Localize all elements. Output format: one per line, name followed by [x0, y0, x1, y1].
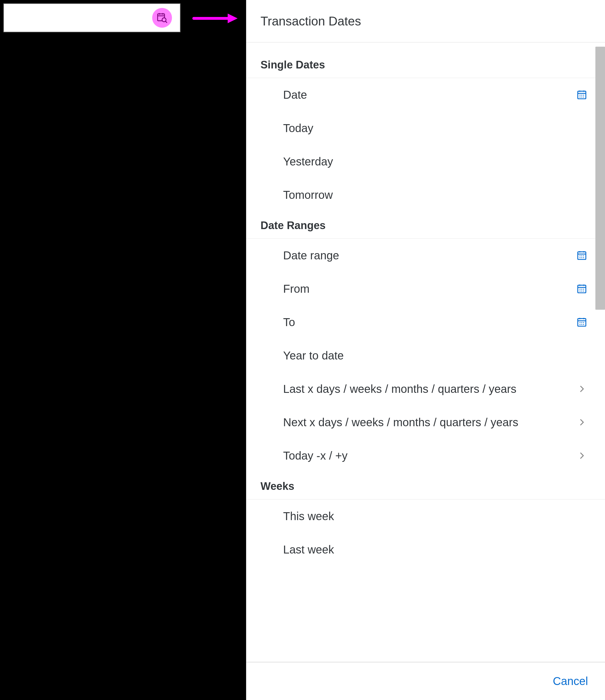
calendar-icon[interactable]	[576, 282, 588, 295]
calendar-icon[interactable]	[576, 249, 588, 261]
cancel-button[interactable]: Cancel	[553, 675, 588, 688]
svg-point-14	[583, 95, 584, 96]
option-to[interactable]: To	[246, 305, 605, 339]
section-header-date-ranges: Date Ranges	[246, 211, 605, 239]
svg-point-42	[580, 322, 580, 323]
option-last-x[interactable]: Last x days / weeks / months / quarters …	[246, 372, 605, 406]
svg-point-46	[581, 324, 582, 325]
svg-point-32	[580, 289, 580, 290]
scrollbar-thumb[interactable]	[596, 47, 605, 310]
svg-point-23	[581, 255, 582, 256]
option-label: Date	[283, 88, 576, 102]
panel-scroll-area[interactable]: Single Dates Date Today Yesterday Tomorr…	[246, 43, 605, 662]
option-label: To	[283, 315, 576, 329]
svg-point-36	[581, 291, 582, 291]
svg-point-27	[583, 257, 584, 258]
svg-point-43	[581, 322, 582, 323]
svg-point-12	[580, 95, 580, 96]
svg-point-35	[580, 291, 580, 291]
option-date-range[interactable]: Date range	[246, 239, 605, 272]
option-this-week[interactable]: This week	[246, 499, 605, 533]
option-label: Year to date	[283, 348, 576, 362]
svg-point-47	[583, 324, 584, 325]
arrow-right-icon	[192, 11, 237, 25]
option-tomorrow[interactable]: Tomorrow	[246, 178, 605, 211]
svg-point-45	[580, 324, 580, 325]
svg-point-17	[583, 96, 584, 97]
option-today[interactable]: Today	[246, 111, 605, 145]
option-label: Tomorrow	[283, 188, 576, 202]
svg-point-24	[583, 255, 584, 256]
panel-footer: Cancel	[246, 662, 605, 700]
option-label: Date range	[283, 248, 576, 262]
calendar-icon[interactable]	[576, 89, 588, 101]
chevron-right-icon	[576, 416, 588, 428]
panel-title: Transaction Dates	[246, 0, 605, 43]
svg-point-15	[580, 96, 580, 97]
svg-point-26	[581, 257, 582, 258]
option-today-xy[interactable]: Today -x / +y	[246, 439, 605, 472]
option-year-to-date[interactable]: Year to date	[246, 339, 605, 372]
option-label: Last x days / weeks / months / quarters …	[283, 382, 576, 396]
option-label: From	[283, 282, 576, 296]
svg-point-44	[583, 322, 584, 323]
svg-point-16	[581, 96, 582, 97]
date-filter-input[interactable]	[3, 3, 180, 32]
svg-point-13	[581, 95, 582, 96]
svg-marker-7	[228, 14, 237, 23]
option-label: This week	[283, 509, 576, 523]
svg-point-25	[580, 257, 580, 258]
option-yesterday[interactable]: Yesterday	[246, 145, 605, 178]
calendar-icon[interactable]	[576, 316, 588, 328]
option-label: Last week	[283, 543, 576, 557]
option-label: Next x days / weeks / months / quarters …	[283, 415, 576, 429]
transaction-dates-panel: Transaction Dates Single Dates Date Toda…	[246, 0, 605, 700]
section-header-weeks: Weeks	[246, 472, 605, 499]
chevron-right-icon	[576, 449, 588, 462]
calendar-search-icon[interactable]	[152, 8, 172, 28]
section-header-single-dates: Single Dates	[246, 51, 605, 78]
option-date[interactable]: Date	[246, 78, 605, 111]
option-label: Today -x / +y	[283, 449, 576, 463]
svg-point-33	[581, 289, 582, 290]
svg-point-34	[583, 289, 584, 290]
chevron-right-icon	[576, 383, 588, 395]
option-label: Today	[283, 121, 576, 135]
svg-point-4	[162, 18, 166, 22]
svg-point-22	[580, 255, 580, 256]
svg-line-5	[166, 21, 167, 23]
option-last-week[interactable]: Last week	[246, 533, 605, 566]
option-label: Yesterday	[283, 154, 576, 169]
svg-point-37	[583, 291, 584, 291]
option-from[interactable]: From	[246, 272, 605, 305]
option-next-x[interactable]: Next x days / weeks / months / quarters …	[246, 406, 605, 439]
